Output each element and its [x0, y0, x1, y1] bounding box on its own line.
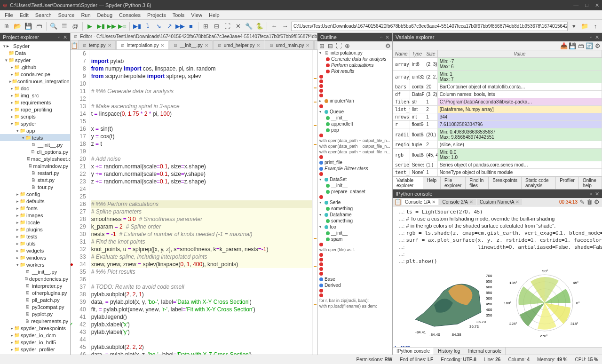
outline-tool-3[interactable]: ⛶	[335, 42, 342, 49]
close-button[interactable]: ✕	[595, 2, 599, 8]
outline-item[interactable]: with open(data_path + output_file_n...	[317, 149, 392, 155]
outline-item[interactable]: Base	[317, 276, 392, 282]
minimize-button[interactable]: —	[573, 2, 578, 8]
outline-item[interactable]	[317, 74, 392, 79]
tree-item[interactable]: 🗎requirements.py	[0, 317, 70, 324]
editor-tab[interactable]: 🗎umd_helper.py✕	[213, 40, 265, 49]
tree-item[interactable]: ▾📁app	[0, 127, 70, 134]
tree-item[interactable]: ▸📁tests	[0, 233, 70, 240]
outline-item[interactable]	[317, 88, 392, 93]
tree-item[interactable]: 🗎interpreter.py	[0, 282, 70, 289]
tree-item[interactable]: 🗎tour.py	[0, 183, 70, 190]
menu-help[interactable]: Help	[206, 12, 222, 18]
console-tab[interactable]: Console 1/A✕	[402, 199, 438, 205]
pythonpath-button[interactable]: 🐍	[255, 22, 264, 31]
doc-button[interactable]: @	[71, 22, 80, 31]
outline-tool-2[interactable]: ⊟	[327, 42, 333, 49]
console-output[interactable]: ...: ls = LightSource(270, 45) ...: # To…	[393, 206, 602, 347]
outline-item[interactable]: ▾🗎interpolation.py	[317, 50, 392, 56]
tree-item[interactable]: 🗎mac_stylesheet.qss	[0, 155, 70, 162]
tree-item[interactable]: ▸📁img_src	[0, 92, 70, 99]
outline-item[interactable]	[317, 195, 392, 199]
outline-item[interactable]	[317, 104, 392, 109]
outline-item[interactable]	[317, 155, 392, 159]
menu-file[interactable]: File	[2, 12, 16, 18]
open-file-button[interactable]: 📂	[13, 22, 22, 31]
console-interrupt-button[interactable]: ✎	[578, 199, 585, 206]
pane-tab[interactable]: File explorer	[441, 177, 466, 189]
tree-item[interactable]: 🗎restart.py	[0, 169, 70, 176]
panel-float-icon[interactable]: ▫	[380, 34, 382, 40]
outline-item[interactable]	[317, 267, 392, 271]
panel-float-icon[interactable]: ▫	[58, 34, 60, 40]
maximize-button[interactable]: □	[585, 2, 588, 8]
parent-dir-button[interactable]: ↑	[591, 22, 600, 31]
variable-row[interactable]: rgbfloat64(45, 45, 4)Min: 0.0 Max: 1.0	[393, 149, 602, 161]
tree-item[interactable]: ▸📁plugins	[0, 226, 70, 233]
menu-source[interactable]: Source	[55, 12, 78, 18]
maximize-pane-button[interactable]: ⛶	[222, 22, 232, 31]
debug-stop-button[interactable]: ■	[186, 22, 196, 31]
tree-item[interactable]: ▸📁locale	[0, 219, 70, 226]
menu-consoles[interactable]: Consoles	[116, 12, 143, 18]
console-options-button[interactable]: ⚙	[594, 199, 600, 206]
pane-tab[interactable]: Profiler	[556, 177, 579, 189]
debug-step-button[interactable]: ⤵	[143, 22, 152, 31]
outline-item[interactable]: Derived	[317, 282, 392, 288]
variable-table[interactable]: NameTypeSizeValue array_int8int8(2, 3)Mi…	[393, 50, 602, 176]
varexp-saveas-button[interactable]: 🗃	[578, 42, 584, 49]
outline-tool-5[interactable]: ⚙	[385, 42, 391, 49]
console-tab-list[interactable]: 📋	[395, 199, 401, 206]
tree-item[interactable]: ▸📁.github	[0, 63, 70, 71]
console-bottom-tab[interactable]: History log	[434, 348, 464, 355]
outline-item[interactable]: ▾Dataframe	[317, 212, 392, 218]
outline-tool-1[interactable]: ⊞	[318, 42, 325, 49]
outline-item[interactable]: ▾DataSet	[317, 176, 392, 182]
menu-search[interactable]: Search	[32, 12, 55, 18]
panel-close-icon[interactable]: ✕	[63, 34, 67, 40]
variable-row[interactable]: array_uint32uint32(2, 2, 3)Min: 1 Max: 7	[393, 71, 602, 83]
tree-item[interactable]: 🗎pyplot.py	[0, 310, 70, 317]
editor-tab[interactable]: 🗎interpolation.py✕	[116, 40, 169, 49]
tree-item[interactable]: 📁Data	[0, 49, 70, 56]
menu-tools[interactable]: Tools	[170, 12, 188, 18]
tree-item[interactable]: 🗎py3compat.py	[0, 303, 70, 310]
outline-item[interactable]: print_file	[317, 159, 392, 166]
variable-row[interactable]: nrowsint1344	[393, 113, 602, 121]
outline-item[interactable]: ▾foo	[317, 224, 392, 230]
tree-item[interactable]: ▸📁defaults	[0, 198, 70, 205]
tree-item[interactable]: ▾📁spyder	[0, 120, 70, 127]
outline-item[interactable]: spam	[317, 236, 392, 242]
console-bottom-tab[interactable]: Internal console	[464, 348, 506, 355]
variable-row[interactable]: seriesSeries(1,)Series object of pandas.…	[393, 161, 602, 169]
outline-item[interactable]	[317, 242, 392, 247]
save-all-button[interactable]: 🗃	[34, 22, 44, 31]
outline-item[interactable]: ▸imputerNan	[317, 98, 392, 104]
outline-item[interactable]	[317, 288, 392, 293]
tree-item[interactable]: ▾📁spyder	[0, 56, 70, 63]
outline-item[interactable]	[317, 253, 392, 257]
outline-item[interactable]	[317, 93, 392, 98]
tree-item[interactable]: ▸📁spyder_pylint	[0, 353, 70, 355]
varexp-import-button[interactable]: 📥	[561, 42, 567, 49]
debug-continue-button[interactable]: ▶▶	[175, 22, 185, 31]
panel-close-icon[interactable]: ✕	[595, 191, 599, 197]
pane-tab[interactable]: Variable explorer	[393, 177, 423, 189]
outline-item[interactable]	[317, 133, 392, 138]
outline-item[interactable]	[317, 271, 392, 276]
tree-item[interactable]: ▸📁spyder_io_dcm	[0, 332, 70, 339]
tree-item[interactable]: ▸📁utils	[0, 240, 70, 247]
list-button[interactable]: ☰	[60, 22, 69, 31]
outline-item[interactable]: with open(data_path + output_file_n...	[317, 138, 392, 143]
tree-item[interactable]: 🗎pil_patch.py	[0, 296, 70, 303]
menu-view[interactable]: View	[188, 12, 205, 18]
tree-item[interactable]: ▸📁requirements	[0, 99, 70, 106]
tree-item[interactable]: 🗎cli_options.py	[0, 148, 70, 155]
outline-item[interactable]: Plot results	[317, 68, 392, 74]
save-button[interactable]: 💾	[24, 22, 33, 31]
pane-tab[interactable]: Find in files	[466, 177, 489, 189]
tab-list-button[interactable]: 📋	[71, 40, 78, 50]
outline-tree[interactable]: ▾🗎interpolation.pyGenerate data for anal…	[317, 50, 392, 355]
menu-run[interactable]: Run	[78, 12, 93, 18]
panel-float-icon[interactable]: ▫	[590, 191, 592, 197]
